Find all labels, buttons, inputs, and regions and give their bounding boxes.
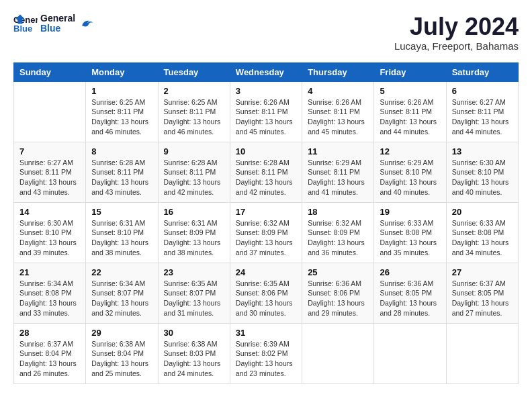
week-row-5: 28Sunrise: 6:37 AMSunset: 8:04 PMDayligh… (14, 323, 519, 383)
calendar-cell: 9Sunrise: 6:28 AMSunset: 8:11 PMDaylight… (158, 142, 230, 202)
weekday-header-monday: Monday (86, 62, 158, 81)
day-number: 20 (452, 207, 513, 217)
calendar-cell: 22Sunrise: 6:34 AMSunset: 8:07 PMDayligh… (86, 263, 158, 323)
calendar-cell: 10Sunrise: 6:28 AMSunset: 8:11 PMDayligh… (230, 142, 302, 202)
day-info: Sunrise: 6:27 AMSunset: 8:11 PMDaylight:… (452, 97, 513, 137)
day-info: Sunrise: 6:35 AMSunset: 8:07 PMDaylight:… (164, 279, 224, 318)
calendar-cell (374, 323, 446, 383)
calendar-cell: 23Sunrise: 6:35 AMSunset: 8:07 PMDayligh… (158, 263, 230, 323)
day-number: 5 (380, 86, 440, 96)
day-info: Sunrise: 6:35 AMSunset: 8:06 PMDaylight:… (236, 279, 296, 318)
calendar-cell: 24Sunrise: 6:35 AMSunset: 8:06 PMDayligh… (230, 263, 302, 323)
day-number: 23 (164, 267, 224, 277)
title-block: July 2024 Lucaya, Freeport, Bahamas (394, 13, 519, 52)
weekday-header-friday: Friday (374, 62, 446, 81)
day-info: Sunrise: 6:38 AMSunset: 8:03 PMDaylight:… (164, 339, 224, 379)
day-number: 11 (308, 146, 368, 156)
day-info: Sunrise: 6:33 AMSunset: 8:08 PMDaylight:… (452, 218, 513, 258)
weekday-header-tuesday: Tuesday (158, 62, 230, 81)
calendar-cell: 2Sunrise: 6:25 AMSunset: 8:11 PMDaylight… (158, 81, 230, 142)
day-number: 7 (19, 146, 80, 156)
calendar-cell: 14Sunrise: 6:30 AMSunset: 8:10 PMDayligh… (14, 202, 86, 263)
day-info: Sunrise: 6:39 AMSunset: 8:02 PMDaylight:… (236, 339, 296, 379)
calendar-cell: 7Sunrise: 6:27 AMSunset: 8:11 PMDaylight… (14, 142, 86, 202)
location-subtitle: Lucaya, Freeport, Bahamas (394, 40, 519, 52)
day-info: Sunrise: 6:25 AMSunset: 8:11 PMDaylight:… (91, 97, 152, 137)
calendar-cell: 12Sunrise: 6:29 AMSunset: 8:10 PMDayligh… (374, 142, 446, 202)
day-number: 4 (308, 86, 368, 96)
week-row-2: 7Sunrise: 6:27 AMSunset: 8:11 PMDaylight… (14, 142, 519, 202)
calendar-cell: 27Sunrise: 6:37 AMSunset: 8:05 PMDayligh… (446, 263, 518, 323)
week-row-1: 1Sunrise: 6:25 AMSunset: 8:11 PMDaylight… (14, 81, 519, 142)
day-number: 16 (164, 207, 224, 217)
calendar-cell: 20Sunrise: 6:33 AMSunset: 8:08 PMDayligh… (446, 202, 518, 263)
day-number: 13 (452, 146, 513, 156)
calendar-cell: 13Sunrise: 6:30 AMSunset: 8:10 PMDayligh… (446, 142, 518, 202)
day-number: 21 (19, 267, 80, 277)
day-info: Sunrise: 6:32 AMSunset: 8:09 PMDaylight:… (236, 218, 296, 258)
day-info: Sunrise: 6:33 AMSunset: 8:08 PMDaylight:… (380, 218, 440, 258)
day-number: 18 (308, 207, 368, 217)
svg-text:Blue: Blue (13, 24, 32, 34)
day-info: Sunrise: 6:27 AMSunset: 8:11 PMDaylight:… (19, 158, 80, 197)
day-info: Sunrise: 6:26 AMSunset: 8:11 PMDaylight:… (308, 97, 368, 137)
calendar-cell: 31Sunrise: 6:39 AMSunset: 8:02 PMDayligh… (230, 323, 302, 383)
calendar-cell: 11Sunrise: 6:29 AMSunset: 8:11 PMDayligh… (302, 142, 374, 202)
header-row: SundayMondayTuesdayWednesdayThursdayFrid… (14, 62, 519, 81)
day-info: Sunrise: 6:30 AMSunset: 8:10 PMDaylight:… (452, 158, 513, 197)
day-number: 28 (19, 328, 80, 338)
day-number: 10 (236, 146, 296, 156)
day-number: 17 (236, 207, 296, 217)
weekday-header-wednesday: Wednesday (230, 62, 302, 81)
logo-general: General (40, 13, 75, 24)
day-info: Sunrise: 6:26 AMSunset: 8:11 PMDaylight:… (236, 97, 296, 137)
day-info: Sunrise: 6:28 AMSunset: 8:11 PMDaylight:… (236, 158, 296, 197)
day-info: Sunrise: 6:34 AMSunset: 8:08 PMDaylight:… (19, 279, 80, 318)
calendar-cell: 6Sunrise: 6:27 AMSunset: 8:11 PMDaylight… (446, 81, 518, 142)
calendar-cell: 16Sunrise: 6:31 AMSunset: 8:09 PMDayligh… (158, 202, 230, 263)
day-number: 1 (91, 86, 152, 96)
day-info: Sunrise: 6:37 AMSunset: 8:05 PMDaylight:… (452, 279, 513, 318)
day-number: 3 (236, 86, 296, 96)
day-info: Sunrise: 6:25 AMSunset: 8:11 PMDaylight:… (164, 97, 224, 137)
day-number: 8 (91, 146, 152, 156)
day-info: Sunrise: 6:29 AMSunset: 8:10 PMDaylight:… (380, 158, 440, 197)
day-number: 22 (91, 267, 152, 277)
logo-bird-icon (79, 16, 94, 31)
day-number: 27 (452, 267, 513, 277)
day-number: 29 (91, 328, 152, 338)
calendar-cell: 3Sunrise: 6:26 AMSunset: 8:11 PMDaylight… (230, 81, 302, 142)
calendar-cell: 29Sunrise: 6:38 AMSunset: 8:04 PMDayligh… (86, 323, 158, 383)
weekday-header-sunday: Sunday (14, 62, 86, 81)
calendar-cell: 26Sunrise: 6:36 AMSunset: 8:05 PMDayligh… (374, 263, 446, 323)
day-info: Sunrise: 6:28 AMSunset: 8:11 PMDaylight:… (164, 158, 224, 197)
day-info: Sunrise: 6:37 AMSunset: 8:04 PMDaylight:… (19, 339, 80, 379)
day-number: 12 (380, 146, 440, 156)
month-year-title: July 2024 (394, 13, 519, 40)
calendar-cell: 4Sunrise: 6:26 AMSunset: 8:11 PMDaylight… (302, 81, 374, 142)
day-number: 19 (380, 207, 440, 217)
calendar-cell: 21Sunrise: 6:34 AMSunset: 8:08 PMDayligh… (14, 263, 86, 323)
calendar-cell: 17Sunrise: 6:32 AMSunset: 8:09 PMDayligh… (230, 202, 302, 263)
day-number: 25 (308, 267, 368, 277)
calendar-cell: 19Sunrise: 6:33 AMSunset: 8:08 PMDayligh… (374, 202, 446, 263)
day-number: 9 (164, 146, 224, 156)
day-info: Sunrise: 6:31 AMSunset: 8:09 PMDaylight:… (164, 218, 224, 258)
day-number: 6 (452, 86, 513, 96)
day-info: Sunrise: 6:28 AMSunset: 8:11 PMDaylight:… (91, 158, 152, 197)
day-number: 30 (164, 328, 224, 338)
day-info: Sunrise: 6:32 AMSunset: 8:09 PMDaylight:… (308, 218, 368, 258)
week-row-4: 21Sunrise: 6:34 AMSunset: 8:08 PMDayligh… (14, 263, 519, 323)
day-info: Sunrise: 6:26 AMSunset: 8:11 PMDaylight:… (380, 97, 440, 137)
logo: General Blue General Blue (13, 13, 94, 34)
calendar-cell (446, 323, 518, 383)
calendar-cell: 15Sunrise: 6:31 AMSunset: 8:10 PMDayligh… (86, 202, 158, 263)
calendar-cell: 30Sunrise: 6:38 AMSunset: 8:03 PMDayligh… (158, 323, 230, 383)
day-number: 14 (19, 207, 80, 217)
calendar-cell (14, 81, 86, 142)
day-info: Sunrise: 6:30 AMSunset: 8:10 PMDaylight:… (19, 218, 80, 258)
day-info: Sunrise: 6:38 AMSunset: 8:04 PMDaylight:… (91, 339, 152, 379)
weekday-header-thursday: Thursday (302, 62, 374, 81)
week-row-3: 14Sunrise: 6:30 AMSunset: 8:10 PMDayligh… (14, 202, 519, 263)
day-info: Sunrise: 6:34 AMSunset: 8:07 PMDaylight:… (91, 279, 152, 318)
